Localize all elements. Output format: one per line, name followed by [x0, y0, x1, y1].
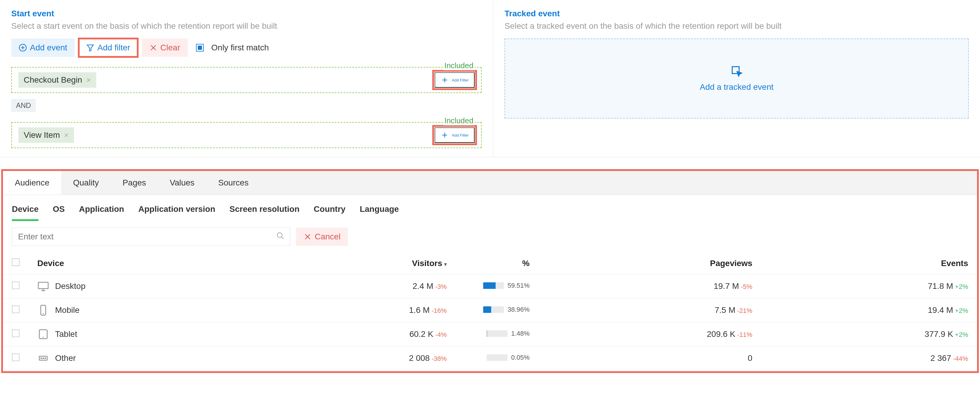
subtab-language[interactable]: Language	[360, 204, 399, 221]
pageviews-value: 19.7 M	[714, 281, 739, 291]
add-tracked-event-label: Add a tracked event	[700, 82, 773, 92]
add-event-label: Add event	[30, 43, 67, 53]
col-pageviews[interactable]: Pageviews	[539, 252, 761, 274]
plus-icon	[441, 76, 449, 84]
percent-value: 59.51%	[508, 282, 530, 289]
remove-event-icon[interactable]: ×	[64, 131, 68, 140]
tracked-event-title: Tracked event	[504, 9, 969, 18]
search-box	[12, 228, 290, 246]
included-label: Included	[443, 116, 475, 125]
cancel-button[interactable]: Cancel	[296, 228, 348, 246]
add-row-filter-button[interactable]: Add Filter	[434, 128, 475, 143]
sub-tabs: Device OS Application Application versio…	[3, 195, 977, 221]
delta-value: -11%	[737, 331, 752, 338]
delta-value: -4%	[435, 331, 447, 338]
subtab-country[interactable]: Country	[314, 204, 345, 221]
delta-value: -3%	[435, 283, 447, 290]
subtab-app-version[interactable]: Application version	[138, 204, 215, 221]
table-row[interactable]: Desktop2.4 M-3%59.51%19.7 M-5%71.8 M+2%	[3, 274, 977, 298]
row-checkbox[interactable]	[12, 281, 19, 289]
plus-icon	[441, 131, 449, 139]
tab-values[interactable]: Values	[158, 171, 206, 195]
add-tracked-event-dropzone[interactable]: Add a tracked event	[504, 38, 969, 118]
table-row[interactable]: Mobile1.6 M-16%38.96%7.5 M-21%19.4 M+2%	[3, 298, 977, 322]
visitors-value: 1.6 M	[409, 305, 430, 315]
row-checkbox[interactable]	[12, 354, 19, 361]
mobile-icon	[37, 304, 49, 316]
add-row-filter-label: Add Filter	[452, 78, 469, 82]
table-row[interactable]: Tablet60.2 K-4%1.48%209.6 K-11%377.9 K+2…	[3, 322, 977, 346]
row-checkbox[interactable]	[12, 305, 19, 313]
and-operator: AND	[11, 99, 36, 112]
col-percent[interactable]: %	[456, 252, 539, 274]
only-first-match-checkbox[interactable]	[196, 44, 204, 51]
visitors-value: 2 008	[409, 354, 430, 363]
percent-bar: 38.96%	[483, 306, 530, 313]
percent-value: 1.48%	[511, 330, 530, 338]
svg-point-24	[43, 358, 44, 359]
delta-value: -44%	[953, 355, 968, 362]
subtab-os[interactable]: OS	[53, 204, 65, 221]
funnel-icon	[86, 43, 94, 52]
svg-line-12	[282, 237, 284, 239]
svg-point-11	[277, 233, 282, 237]
select-all-checkbox[interactable]	[12, 258, 19, 266]
col-events[interactable]: Events	[761, 252, 977, 274]
tab-audience[interactable]: Audience	[3, 171, 61, 195]
events-value: 377.9 K	[924, 330, 953, 339]
visitors-value: 60.2 K	[409, 330, 433, 339]
percent-bar: 59.51%	[483, 282, 530, 289]
x-icon	[304, 233, 312, 241]
event-block: Included View Item × Add Filter	[11, 122, 482, 148]
add-row-filter-button[interactable]: Add Filter	[434, 72, 475, 88]
search-icon[interactable]	[271, 232, 290, 242]
add-row-filter-label: Add Filter	[452, 133, 469, 137]
search-input[interactable]	[12, 228, 271, 246]
start-event-title: Start event	[11, 9, 482, 18]
device-name: Desktop	[55, 281, 86, 291]
event-block: Included Checkout Begin × Add Filter	[11, 67, 482, 93]
percent-bar: 1.48%	[487, 330, 530, 338]
sort-desc-icon: ▾	[444, 261, 447, 267]
svg-point-23	[41, 358, 42, 359]
subtab-device[interactable]: Device	[12, 204, 38, 221]
tab-pages[interactable]: Pages	[111, 171, 158, 195]
delta-value: -16%	[431, 307, 447, 314]
events-value: 19.4 M	[928, 305, 953, 315]
add-event-button[interactable]: Add event	[11, 38, 75, 57]
tab-quality[interactable]: Quality	[61, 171, 111, 195]
desktop-icon	[37, 280, 49, 292]
x-icon	[149, 43, 158, 52]
col-visitors[interactable]: Visitors▾	[260, 252, 455, 274]
only-first-match-label: Only first match	[212, 43, 269, 53]
delta-value: +2%	[955, 283, 968, 290]
remove-event-icon[interactable]: ×	[86, 75, 91, 85]
clear-button[interactable]: Clear	[142, 38, 188, 57]
svg-marker-3	[88, 45, 94, 51]
filter-results-panel: Audience Quality Pages Values Sources De…	[3, 171, 977, 371]
subtab-resolution[interactable]: Screen resolution	[229, 204, 300, 221]
tracked-event-subtitle: Select a tracked event on the basis of w…	[504, 21, 969, 31]
device-table: Device Visitors▾ % Pageviews Events Desk…	[3, 252, 977, 370]
table-row[interactable]: Other2 008-38%0.05%02 367-44%	[3, 346, 977, 370]
device-name: Tablet	[55, 330, 77, 339]
col-device[interactable]: Device	[29, 252, 260, 274]
subtab-application[interactable]: Application	[79, 204, 124, 221]
percent-bar: 0.05%	[487, 354, 530, 362]
events-value: 71.8 M	[928, 281, 953, 291]
pageviews-value: 7.5 M	[715, 305, 735, 315]
row-checkbox[interactable]	[12, 330, 19, 337]
add-filter-button[interactable]: Add filter	[79, 38, 138, 57]
device-name: Mobile	[55, 305, 80, 315]
cancel-label: Cancel	[315, 232, 340, 241]
event-chip-label: View Item	[24, 130, 60, 140]
event-chip[interactable]: View Item ×	[18, 128, 74, 143]
cursor-square-icon	[731, 65, 743, 77]
delta-value: -5%	[741, 283, 752, 290]
events-value: 2 367	[931, 354, 951, 363]
tab-sources[interactable]: Sources	[206, 171, 261, 195]
start-event-subtitle: Select a start event on the basis of whi…	[11, 21, 482, 31]
event-chip[interactable]: Checkout Begin ×	[18, 72, 96, 88]
tablet-icon	[37, 328, 49, 340]
pageviews-value: 0	[748, 354, 752, 363]
